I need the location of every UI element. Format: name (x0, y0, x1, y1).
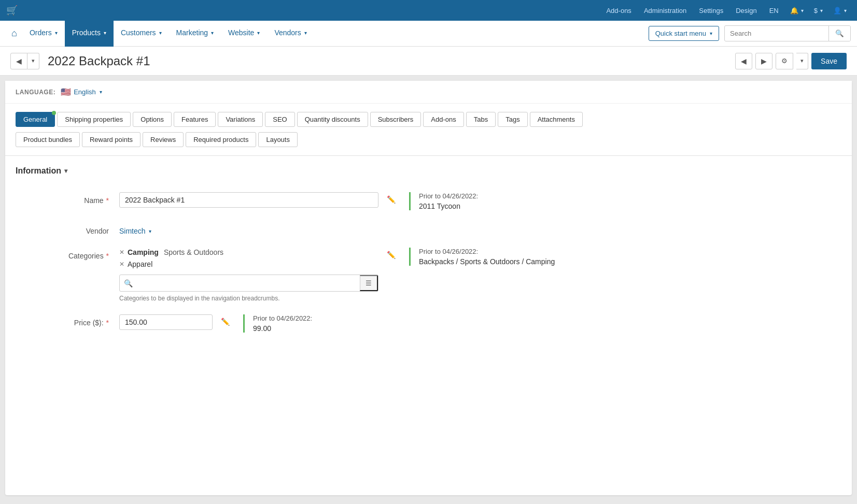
name-history-date: Prior to 04/26/2022: (419, 192, 523, 200)
top-nav-administration[interactable]: Administration (639, 5, 692, 17)
top-nav-language[interactable]: EN (764, 5, 784, 17)
name-label: Name * (16, 192, 119, 205)
main-nav: Orders ▾ Products ▾ Customers ▾ Marketin… (22, 21, 314, 47)
price-field-row: Price ($): * ✏️ Prior to 04/26/2022: 99.… (16, 308, 841, 339)
next-record-button[interactable]: ▶ (755, 53, 772, 69)
prev-record-button[interactable]: ◀ (735, 53, 752, 69)
vendor-label: Vendor (16, 223, 119, 235)
tab-variations[interactable]: Variations (218, 112, 263, 127)
nav-vendors[interactable]: Vendors ▾ (267, 21, 314, 47)
categories-history-value: Backpacks / Sports & Outdoors / Camping (419, 257, 555, 266)
search-button[interactable]: 🔍 (828, 26, 850, 41)
nav-products[interactable]: Products ▾ (65, 21, 114, 47)
search-input[interactable] (725, 26, 828, 40)
top-nav-addons[interactable]: Add-ons (601, 5, 636, 17)
tab-shipping-properties[interactable]: Shipping properties (57, 112, 131, 127)
categories-edit-icon[interactable]: ✏️ (385, 248, 398, 262)
tab-tabs[interactable]: Tabs (466, 112, 496, 127)
categories-history: Prior to 04/26/2022: Backpacks / Sports … (409, 248, 555, 266)
cart-icon[interactable]: 🛒 (6, 5, 18, 16)
tab-features[interactable]: Features (174, 112, 216, 127)
top-bar: 🛒 Add-ons Administration Settings Design… (0, 0, 857, 21)
title-bar-actions: ◀ ▶ ⚙ ▾ Save (735, 53, 847, 69)
user-icon[interactable]: 👤 ▾ (829, 5, 851, 17)
tabs-row2: Product bundles Reward points Reviews Re… (5, 130, 852, 156)
tab-quantity-discounts[interactable]: Quantity discounts (297, 112, 368, 127)
tab-tags[interactable]: Tags (498, 112, 527, 127)
price-label: Price ($): * (16, 314, 119, 327)
nav-website[interactable]: Website ▾ (221, 21, 267, 47)
gear-button[interactable]: ⚙ (776, 53, 793, 69)
categories-label: Categories * (16, 248, 119, 260)
page-title: 2022 Backpack #1 (48, 54, 735, 68)
name-field-content: ✏️ Prior to 04/26/2022: 2011 Tycoon (119, 192, 841, 210)
categories-history-date: Prior to 04/26/2022: (419, 248, 555, 255)
tab-options[interactable]: Options (133, 112, 172, 127)
title-bar: ◀ ▾ 2022 Backpack #1 ◀ ▶ ⚙ ▾ Save (0, 47, 857, 76)
language-bar: LANGUAGE: 🇺🇸 English ▾ (5, 81, 852, 104)
categories-list-button[interactable]: ☰ (360, 275, 378, 291)
home-icon[interactable]: ⌂ (6, 26, 22, 41)
category-apparel: ✕ Apparel (119, 260, 152, 268)
back-button[interactable]: ◀ (10, 53, 27, 69)
section-title: Information (16, 166, 61, 176)
vendor-field-row: Vendor Simtech ▾ (16, 217, 841, 241)
top-nav-settings[interactable]: Settings (694, 5, 728, 17)
nav-orders[interactable]: Orders ▾ (22, 21, 65, 47)
tab-reward-points[interactable]: Reward points (82, 132, 141, 147)
tab-attachments[interactable]: Attachments (530, 112, 583, 127)
section-header[interactable]: Information ▾ (16, 166, 841, 176)
gear-dropdown-button[interactable]: ▾ (796, 53, 808, 69)
back-dropdown-button[interactable]: ▾ (27, 53, 39, 69)
tab-reviews[interactable]: Reviews (143, 132, 184, 147)
top-nav-design[interactable]: Design (730, 5, 762, 17)
tab-subscribers[interactable]: Subscribers (370, 112, 422, 127)
tab-required-products[interactable]: Required products (186, 132, 256, 147)
nav-marketing[interactable]: Marketing ▾ (169, 21, 221, 47)
name-input[interactable] (119, 192, 378, 208)
categories-search-wrap: 🔍 ☰ (119, 275, 378, 292)
categories-field-row: Categories * ✕ Camping Sports & Outdoors… (16, 241, 841, 308)
category-apparel-remove[interactable]: ✕ (119, 261, 124, 268)
flag-icon: 🇺🇸 (61, 87, 71, 97)
save-button[interactable]: Save (811, 53, 847, 69)
tab-seo[interactable]: SEO (265, 112, 294, 127)
bell-icon[interactable]: 🔔 ▾ (786, 5, 808, 17)
information-section: Information ▾ Name * ✏️ Prior to 04/26/2… (5, 156, 852, 349)
nav-bar: ⌂ Orders ▾ Products ▾ Customers ▾ Market… (0, 21, 857, 47)
category-camping: ✕ Camping Sports & Outdoors (119, 248, 223, 256)
top-nav: Add-ons Administration Settings Design E… (601, 5, 851, 17)
vendor-link[interactable]: Simtech ▾ (119, 223, 151, 235)
tab-product-bundles[interactable]: Product bundles (16, 132, 80, 147)
language-selector[interactable]: 🇺🇸 English ▾ (61, 87, 102, 97)
price-history-value: 99.00 (253, 324, 357, 333)
name-field-row: Name * ✏️ Prior to 04/26/2022: 2011 Tyco… (16, 186, 841, 217)
quick-start-button[interactable]: Quick start menu ▾ (649, 26, 719, 41)
price-edit-icon[interactable]: ✏️ (219, 314, 232, 329)
main-content: LANGUAGE: 🇺🇸 English ▾ General Shipping … (5, 81, 852, 495)
name-history: Prior to 04/26/2022: 2011 Tycoon (409, 192, 523, 210)
category-camping-remove[interactable]: ✕ (119, 249, 124, 256)
price-history-date: Prior to 04/26/2022: (253, 314, 357, 322)
tab-general[interactable]: General (16, 112, 55, 127)
tabs-row1: General Shipping properties Options Feat… (5, 104, 852, 130)
language-label: LANGUAGE: (16, 89, 55, 96)
language-name: English (74, 88, 96, 96)
name-edit-icon[interactable]: ✏️ (385, 192, 398, 207)
tab-layouts[interactable]: Layouts (258, 132, 298, 147)
categories-hint: Categories to be displayed in the naviga… (119, 295, 378, 302)
price-input[interactable] (119, 314, 213, 330)
categories-search-input[interactable] (137, 276, 360, 290)
categories-search-icon: 🔍 (120, 276, 137, 291)
dollar-icon[interactable]: $ ▾ (810, 5, 827, 17)
price-history: Prior to 04/26/2022: 99.00 (243, 314, 357, 333)
tab-addons[interactable]: Add-ons (423, 112, 463, 127)
search-wrapper: 🔍 (724, 25, 851, 41)
section-toggle-icon: ▾ (64, 167, 67, 175)
nav-customers[interactable]: Customers ▾ (114, 21, 169, 47)
name-history-value: 2011 Tycoon (419, 202, 523, 210)
